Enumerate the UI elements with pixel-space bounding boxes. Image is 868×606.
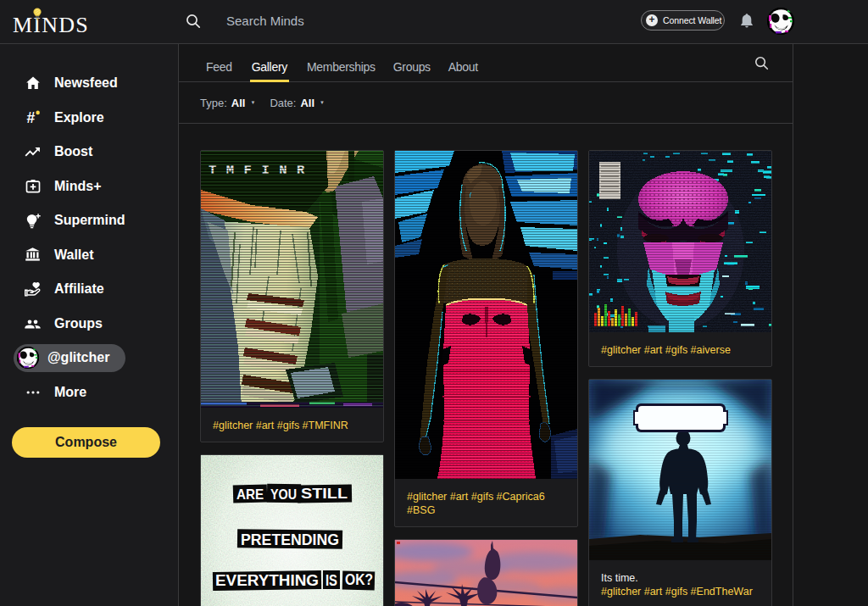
svg-text:EVERYTHING: EVERYTHING: [215, 572, 319, 589]
svg-text:IS: IS: [326, 572, 337, 589]
svg-text:#: #: [27, 109, 36, 126]
svg-text:YOU: YOU: [270, 486, 297, 503]
svg-text:STILL: STILL: [301, 486, 348, 502]
svg-text:OK?: OK?: [345, 571, 373, 588]
svg-text:ARE: ARE: [236, 486, 264, 503]
svg-text:PRETENDING: PRETENDING: [241, 531, 339, 548]
